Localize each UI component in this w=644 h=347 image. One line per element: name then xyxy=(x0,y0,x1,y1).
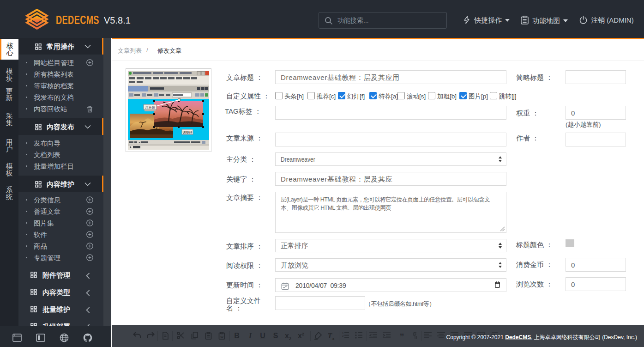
svg-text:注意销: 注意销 xyxy=(145,105,155,109)
svg-text:w: w xyxy=(220,335,223,339)
svg-text:调整好: 调整好 xyxy=(183,131,193,134)
svg-text:2: 2 xyxy=(342,335,344,337)
